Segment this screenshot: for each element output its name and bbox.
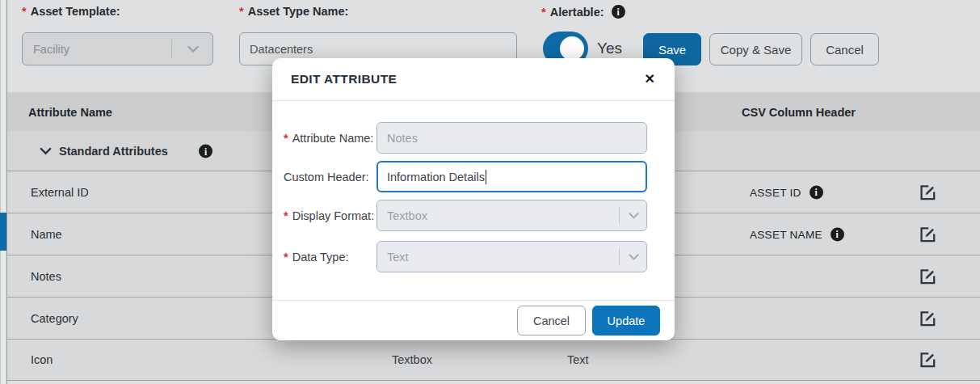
dialog-header: EDIT ATTRIBUTE ✕	[272, 58, 675, 101]
edit-icon[interactable]	[919, 226, 936, 243]
info-icon[interactable]: i	[810, 185, 823, 199]
cancel-button[interactable]: Cancel	[810, 33, 879, 65]
attribute-name-field-label: *Attribute Name:	[284, 132, 376, 145]
data-type-select[interactable]: Text	[376, 241, 647, 272]
display-format-cell: Textbox	[392, 353, 432, 366]
asset-type-name-value: Datacenters	[250, 43, 313, 56]
csv-header-cell: ASSET NAME i	[750, 227, 844, 241]
attribute-name-cell: Notes	[31, 270, 61, 283]
column-header-csv: CSV Column Header	[742, 92, 856, 132]
edit-attribute-dialog: EDIT ATTRIBUTE ✕ *Attribute Name: Notes …	[272, 58, 675, 340]
csv-header-cell: ASSET ID i	[750, 185, 823, 199]
data-type-value: Text	[387, 251, 409, 264]
required-asterisk: *	[239, 5, 244, 18]
column-header-attribute-name: Attribute Name	[28, 92, 112, 132]
group-label: Standard Attributes	[59, 145, 168, 158]
attribute-name-cell: Category	[31, 312, 78, 325]
edit-icon[interactable]	[919, 268, 936, 285]
table-row-icon: Icon Textbox Text	[7, 339, 980, 381]
chevron-down-icon	[187, 45, 199, 53]
attribute-name-cell: Name	[31, 228, 62, 241]
custom-header-field-label: Custom Header:	[284, 171, 376, 184]
asset-template-select[interactable]: Facility	[22, 32, 213, 65]
dialog-title: EDIT ATTRIBUTE	[291, 72, 397, 87]
chevron-down-icon	[629, 213, 639, 219]
edit-icon[interactable]	[919, 310, 936, 327]
select-divider	[619, 207, 620, 224]
asset-type-page: *Asset Template: *Asset Type Name: *Aler…	[0, 0, 980, 384]
display-format-field-label: *Display Format:	[284, 209, 376, 222]
required-asterisk: *	[541, 6, 546, 19]
chevron-down-icon	[629, 254, 639, 260]
field-attribute-name: *Attribute Name: Notes	[284, 122, 675, 154]
custom-header-value: Information Details	[387, 171, 485, 184]
copy-save-button[interactable]: Copy & Save	[709, 33, 802, 65]
data-type-cell: Text	[567, 353, 589, 366]
info-icon[interactable]: i	[831, 227, 844, 241]
edit-icon[interactable]	[919, 184, 936, 200]
attribute-name-cell: External ID	[31, 186, 89, 199]
left-panel-border	[0, 0, 7, 384]
edit-icon[interactable]	[919, 352, 936, 369]
custom-header-input[interactable]: Information Details	[376, 161, 647, 192]
asset-template-label: *Asset Template:	[22, 5, 120, 18]
display-format-select[interactable]: Textbox	[376, 200, 647, 231]
chevron-down-icon[interactable]	[40, 147, 52, 155]
alertable-state: Yes	[597, 40, 622, 57]
attribute-name-cell: Icon	[31, 353, 53, 366]
select-divider	[619, 248, 620, 265]
field-data-type: *Data Type: Text	[284, 241, 675, 272]
asset-template-value: Facility	[33, 43, 69, 56]
display-format-value: Textbox	[387, 209, 427, 222]
alertable-label: *Alertable: i	[541, 5, 625, 19]
info-icon[interactable]: i	[199, 145, 212, 158]
field-display-format: *Display Format: Textbox	[284, 200, 675, 231]
asset-type-name-label: *Asset Type Name:	[239, 5, 348, 18]
field-custom-header: Custom Header: Information Details	[284, 161, 675, 192]
close-icon[interactable]: ✕	[645, 73, 655, 86]
attribute-name-input[interactable]: Notes	[376, 122, 647, 154]
dialog-footer: Cancel Update	[272, 300, 675, 340]
dialog-update-button[interactable]: Update	[592, 306, 660, 335]
dialog-cancel-button[interactable]: Cancel	[517, 306, 586, 335]
vertical-scrollbar-thumb[interactable]	[0, 213, 6, 251]
select-divider	[171, 40, 172, 58]
data-type-field-label: *Data Type:	[284, 251, 376, 264]
toggle-knob-icon	[560, 36, 584, 61]
info-icon[interactable]: i	[612, 5, 625, 19]
dialog-body: *Attribute Name: Notes Custom Header: In…	[272, 101, 675, 272]
text-caret	[486, 170, 487, 184]
attribute-name-value: Notes	[387, 132, 418, 145]
required-asterisk: *	[22, 5, 27, 18]
